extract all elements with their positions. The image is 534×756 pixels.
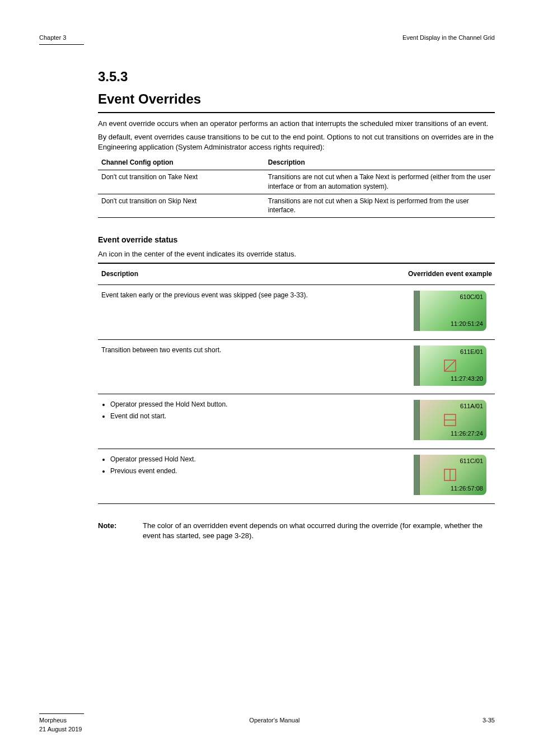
subsection-title: Event override status — [98, 235, 495, 246]
event-desc-item: Event did not start. — [110, 412, 399, 421]
hold-notstarted-icon — [444, 414, 456, 426]
chip-sidebar — [414, 291, 420, 331]
section-title: Event Overrides — [98, 90, 495, 113]
page: Chapter 3 Event Display in the Channel G… — [0, 0, 534, 756]
event-desc-item: Operator pressed Hold Next. — [110, 455, 399, 464]
chip-time: 11:27:43:20 — [451, 375, 483, 383]
chip-title: 611A/01 — [460, 402, 483, 410]
event-chip-cell: 611E/01 11:27:43:20 — [402, 339, 495, 394]
note-text: The color of an overridden event depends… — [143, 521, 495, 541]
note-block: Note: The color of an overridden event d… — [98, 521, 495, 541]
chip-sidebar — [414, 455, 420, 495]
header-chapter: Chapter 3 — [39, 34, 66, 42]
chip-title: 611C/01 — [460, 457, 483, 465]
event-chip-cell: 611C/01 11:26:57:08 — [402, 449, 495, 504]
svg-line-1 — [444, 360, 456, 371]
options-cell: Don't cut transition on Skip Next — [98, 194, 265, 218]
event-chip: 611A/01 11:26:27:24 — [414, 400, 486, 440]
section-number: 3.5.3 — [98, 67, 495, 86]
event-chip: 611C/01 11:26:57:08 — [414, 455, 486, 495]
footer-center: Operator's Manual — [249, 716, 299, 725]
cut-short-icon — [444, 360, 456, 372]
section-intro: An event override occurs when an operato… — [98, 119, 495, 129]
event-chip-cell: 610C/01 11:20:51:24 — [402, 284, 495, 339]
event-header-1: Overridden event example — [402, 263, 495, 284]
footer-left: Morpheus — [39, 716, 67, 725]
chip-title: 611E/01 — [460, 348, 483, 356]
event-table: Description Overridden event example Eve… — [98, 263, 495, 504]
options-cell: Transitions are not cut when a Take Next… — [265, 170, 495, 194]
event-header-0: Description — [98, 263, 402, 284]
note-label: Note: — [98, 521, 126, 541]
page-footer: Morpheus Operator's Manual 3-35 21 Augus… — [39, 713, 495, 734]
event-chip-cell: 611A/01 11:26:27:24 — [402, 394, 495, 449]
footer-rule — [39, 713, 84, 714]
event-desc: Operator pressed Hold Next. Previous eve… — [98, 449, 402, 504]
event-chip: 611E/01 11:27:43:20 — [414, 346, 486, 386]
event-desc-item: Operator pressed the Hold Next button. — [110, 400, 399, 409]
chip-time: 11:26:27:24 — [451, 430, 483, 438]
subsection-intro: An icon in the center of the event indic… — [98, 249, 495, 259]
chip-time: 11:26:57:08 — [451, 484, 483, 493]
event-desc: Transition between two events cut short. — [98, 339, 402, 394]
header-rule — [39, 44, 84, 45]
chip-time: 11:20:51:24 — [451, 320, 483, 328]
content-body: 3.5.3 Event Overrides An event override … — [98, 67, 495, 541]
event-desc: Operator pressed the Hold Next button. E… — [98, 394, 402, 449]
footer-date: 21 August 2019 — [39, 725, 495, 734]
chip-title: 610C/01 — [460, 293, 483, 301]
event-desc: Event taken early or the previous event … — [98, 284, 402, 339]
page-header: Chapter 3 Event Display in the Channel G… — [39, 34, 495, 42]
options-header-1: Description — [265, 156, 495, 170]
hold-prevended-icon — [444, 469, 456, 481]
options-table: Channel Config option Description Don't … — [98, 156, 495, 218]
chip-sidebar — [414, 346, 420, 386]
event-desc-item: Previous event ended. — [110, 466, 399, 476]
chip-sidebar — [414, 400, 420, 440]
event-chip: 610C/01 11:20:51:24 — [414, 291, 486, 331]
header-topic: Event Display in the Channel Grid — [402, 34, 495, 42]
options-cell: Transitions are not cut when a Skip Next… — [265, 194, 495, 218]
options-cell: Don't cut transition on Take Next — [98, 170, 265, 194]
options-header-0: Channel Config option — [98, 156, 265, 170]
section-body: By default, event overrides cause transi… — [98, 132, 495, 152]
footer-right: 3-35 — [483, 716, 495, 725]
